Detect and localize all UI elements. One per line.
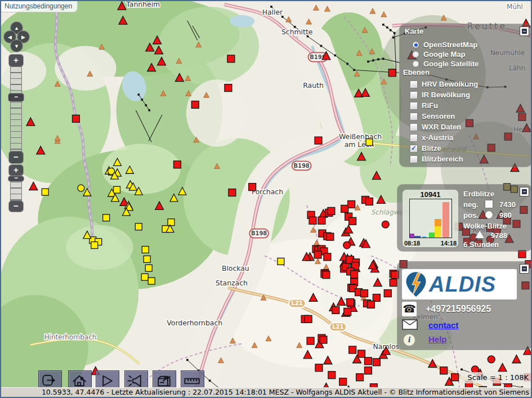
lightning-marker-rc: [488, 356, 495, 363]
lightning-marker-ys: [141, 274, 148, 280]
help-link[interactable]: Help: [428, 334, 447, 344]
pan-down-button[interactable]: ▼: [10, 39, 23, 52]
zoom-track-2[interactable]: [10, 182, 22, 201]
overlay-layer-option[interactable]: Sensoren: [410, 113, 531, 120]
map-label: Rauth: [303, 81, 324, 90]
overlay-layer-option[interactable]: IR Bewölkung: [410, 91, 531, 99]
plus-icon: +: [14, 165, 19, 175]
overlay-layer-option[interactable]: RiFu: [410, 102, 531, 109]
lightning-marker-yc: [108, 168, 115, 175]
checkbox-icon[interactable]: [410, 123, 418, 131]
overlay-layer-option[interactable]: x-Austria: [410, 134, 531, 141]
map-label: Forchach: [252, 187, 283, 196]
wolke-label: Wolke-Blitze: [463, 222, 507, 230]
info-icon: i: [403, 334, 415, 346]
sensor-dot-icon: [390, 29, 392, 32]
chart-bar: [435, 226, 442, 238]
overlay-layer-option[interactable]: WXR Daten: [410, 123, 531, 131]
lightning-marker-rs: [324, 253, 331, 261]
base-layer-label: OpenStreetMap: [423, 41, 477, 49]
lightning-marker-rs: [358, 350, 365, 357]
collapse-layer-panel-button[interactable]: –: [520, 26, 529, 36]
lightning-marker-rs: [356, 374, 364, 381]
radio-icon[interactable]: [412, 60, 419, 68]
collapse-aldis-panel-button[interactable]: –: [520, 264, 529, 274]
zoom-in-button[interactable]: +: [8, 54, 24, 67]
pos-circle-icon: [485, 211, 493, 218]
base-layer-option[interactable]: Google Satellite: [412, 60, 531, 68]
map-label: Vorderhornbach: [167, 319, 222, 327]
erdblitze-label: Erdblitze: [463, 190, 494, 198]
lightning-marker-ys: [366, 139, 373, 146]
road-shield: L21: [329, 323, 346, 331]
contact-link[interactable]: contact: [428, 320, 458, 330]
overlay-layer-label: Blitze: [422, 144, 441, 153]
lightning-marker-rs: [314, 251, 321, 258]
checkbox-icon[interactable]: [410, 91, 418, 99]
wolke-value: 9788: [491, 231, 507, 240]
map-window: B199B198B198L21L21 TannheimHallerSchmitt…: [0, 0, 532, 398]
lightning-marker-rs: [227, 55, 235, 62]
arrow-right-icon: ▶: [21, 34, 25, 40]
sensor-dot-icon: [372, 60, 374, 62]
sensor-dot-icon: [209, 379, 211, 382]
svg-text:L21: L21: [292, 300, 303, 306]
base-layer-options: OpenStreetMapGoogle MapGoogle Satellite: [400, 39, 531, 70]
overlay-layer-option[interactable]: HRV Bewölkung: [410, 81, 531, 88]
chart-total-count: 10941: [403, 190, 458, 199]
lightning-marker-rs: [373, 359, 380, 366]
lightning-marker-rs: [305, 315, 312, 323]
chart-bar: [429, 232, 435, 238]
radio-icon[interactable]: [412, 51, 419, 58]
lightning-marker-rs: [191, 101, 199, 108]
wolke-triangle-icon: [475, 231, 484, 238]
terms-link[interactable]: Nutzungsbedingungen: [1, 1, 78, 12]
road-shield: L21: [289, 299, 306, 307]
checkbox-icon[interactable]: [410, 155, 418, 163]
checkbox-icon[interactable]: [410, 113, 418, 120]
overlay-layer-label: Sensoren: [422, 112, 455, 120]
zoom-out-button[interactable]: −: [8, 151, 24, 164]
sensor-dot-icon: [148, 109, 150, 111]
base-layer-option[interactable]: OpenStreetMap: [412, 41, 531, 48]
lightning-marker-rc: [382, 221, 389, 228]
lightning-marker-rs: [341, 205, 348, 212]
lightning-marker-rs: [328, 207, 335, 214]
lightning-marker-rs: [388, 69, 396, 77]
minimize-icon: –: [522, 189, 527, 194]
sensor-dot-icon: [353, 69, 355, 71]
aldis-wordmark: ALDIS: [428, 271, 512, 297]
checkbox-icon[interactable]: [410, 102, 418, 110]
overlay-layer-option[interactable]: Blitzbereich: [410, 155, 531, 163]
lightning-marker-rs: [367, 301, 374, 308]
lightning-marker-rs: [332, 306, 339, 314]
zoom-slider-handle[interactable]: −: [8, 93, 24, 102]
chart-plot-area: [409, 199, 452, 238]
checkbox-checked-icon[interactable]: ✓: [410, 145, 418, 153]
zoom-slider-handle-2[interactable]: −: [8, 176, 24, 182]
collapse-stats-panel-button[interactable]: –: [520, 187, 529, 196]
zoom-out-button-2[interactable]: −: [8, 200, 24, 212]
terms-label: Nutzungsbedingungen: [5, 2, 72, 10]
lightning-marker-ys: [278, 258, 284, 265]
overlay-layer-label: RiFu: [422, 101, 438, 110]
chart-x-start: 08:18: [404, 240, 420, 247]
lightning-marker-rs: [373, 294, 380, 302]
checkbox-icon[interactable]: [410, 81, 418, 88]
base-layer-option[interactable]: Google Map: [412, 51, 531, 58]
sensor-dot-icon: [461, 368, 463, 370]
zoom-track[interactable]: [10, 66, 22, 151]
checkbox-icon[interactable]: [410, 134, 418, 142]
minus-icon: −: [14, 152, 19, 162]
lightning-marker-ys: [168, 219, 175, 226]
chart-x-end: 14:18: [441, 240, 457, 247]
overlay-layer-label: x-Austria: [422, 133, 453, 142]
radio-selected-icon[interactable]: [412, 41, 419, 48]
chart-bar: [442, 202, 450, 238]
overlay-layer-option[interactable]: ✓Blitze: [410, 145, 531, 152]
lightning-stats-panel: – 10941 08:18 14:18 Erdblitze neg. 7430 …: [397, 184, 532, 252]
lightning-marker-rs: [225, 84, 232, 92]
lightning-marker-ys: [103, 214, 110, 221]
status-text: 10.5933, 47.4476 - Letzte Aktualisierung…: [42, 388, 529, 396]
lightning-marker-rs: [72, 115, 79, 122]
